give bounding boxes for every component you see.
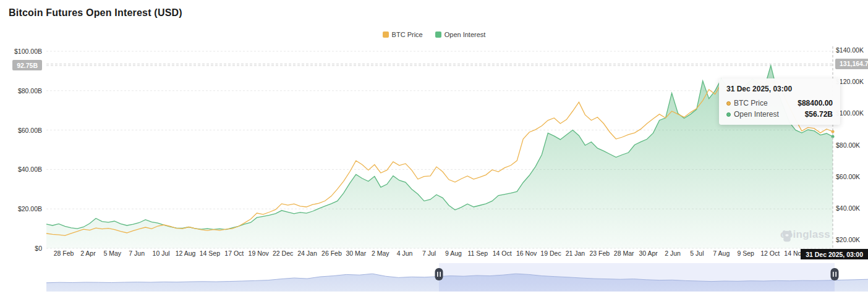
y-axis-left-label: $100.00B (0, 48, 42, 55)
chart-app: Bitcoin Futures Open Interest (USD) BTC … (0, 0, 868, 294)
x-axis-tick-label: 19 Dec (540, 250, 561, 257)
tooltip-timestamp: 31 Dec 2025, 03:00 (726, 85, 833, 93)
x-axis-tick-label: 17 Oct (224, 250, 244, 257)
x-axis-tick-label: 14 Oct (493, 250, 512, 257)
x-axis-tick-label: 30 Apr (639, 250, 657, 257)
y-axis-right-label: $140.00K (836, 46, 864, 54)
series-layer (46, 65, 835, 248)
x-axis-tick-label: 9 Aug (445, 250, 462, 257)
left-axis-last-value-badge: 92.75B (12, 60, 42, 70)
y-axis-right-label: $40.00K (836, 204, 860, 212)
x-axis-tick-label: 28 Feb (54, 250, 74, 257)
x-axis-tick-label: 19 Nov (249, 250, 269, 257)
x-axis-tick-label: 7 Jul (422, 250, 436, 257)
x-axis-tick-label: 16 Nov (516, 250, 537, 257)
x-axis-tick-label: 21 Jan (566, 250, 585, 257)
x-axis-tick-label: 14 Sep (200, 250, 220, 257)
y-axis-left-label: $60.00B (0, 127, 42, 134)
x-axis-tick-label: 2 Jun (665, 250, 681, 257)
tooltip-value: $56.72B (805, 110, 833, 119)
x-axis-tick-label: 9 Sep (737, 250, 754, 257)
x-axis-tick-label: 2 May (372, 250, 389, 257)
navigator[interactable] (46, 263, 868, 292)
x-axis-tick-label: 26 Feb (321, 250, 342, 257)
x-axis-tick-label: 11 Sep (468, 250, 488, 257)
x-axis-tick-label: 30 Mar (346, 250, 366, 257)
btc-price-dot-icon (726, 101, 731, 106)
tooltip-label: Open Interest (734, 110, 779, 119)
navigator-right-handle[interactable] (831, 268, 839, 280)
y-axis-right-label: $60.00K (836, 173, 860, 180)
crosshair-date-label: 31 Dec 2025, 03:00 (801, 249, 868, 259)
y-axis-right-label: $20.00K (836, 236, 860, 243)
x-axis-tick-label: 22 Dec (273, 250, 293, 257)
x-axis-tick-label: 4 Jun (397, 250, 413, 257)
tooltip-row-btc-price: BTC Price $88400.00 (726, 99, 833, 107)
x-axis-tick-label: 7 Aug (713, 250, 730, 257)
x-axis-tick-label: 7 Jun (129, 250, 145, 257)
x-axis-tick-label: 28 Mar (614, 250, 634, 257)
coinglass-watermark: coinglass (780, 229, 830, 241)
x-axis-tick-label: 5 May (104, 250, 122, 257)
x-axis-tick-label: 24 Jan (297, 250, 317, 257)
right-axis-last-value-badge: 131,164.74 (835, 59, 868, 69)
hover-tooltip: 31 Dec 2025, 03:00 BTC Price $88400.00 O… (719, 78, 840, 125)
tooltip-label: BTC Price (734, 99, 768, 107)
x-axis-tick-label: 23 Feb (589, 250, 610, 257)
y-axis-left-label: $20.00B (0, 205, 42, 212)
tooltip-value: $88400.00 (798, 99, 833, 107)
y-axis-left-label: $40.00B (0, 166, 42, 173)
x-axis-tick-label: 12 Oct (760, 250, 780, 257)
navigator-selection[interactable] (439, 263, 835, 292)
coinglass-bear-icon (780, 229, 794, 243)
y-axis-left-label: $80.00B (0, 87, 42, 94)
x-axis-tick-label: 5 Jul (690, 250, 704, 257)
y-axis-right-label: $80.00K (836, 141, 860, 149)
navigator-left-handle[interactable] (435, 268, 443, 280)
x-axis-tick-label: 10 Jul (153, 250, 170, 257)
x-axis-tick-label: 2 Apr (80, 250, 96, 257)
tooltip-row-open-interest: Open Interest $56.72B (726, 110, 833, 119)
x-axis-tick-label: 12 Aug (176, 250, 196, 257)
open-interest-dot-icon (726, 112, 731, 117)
y-axis-left-label: $0 (0, 245, 42, 252)
